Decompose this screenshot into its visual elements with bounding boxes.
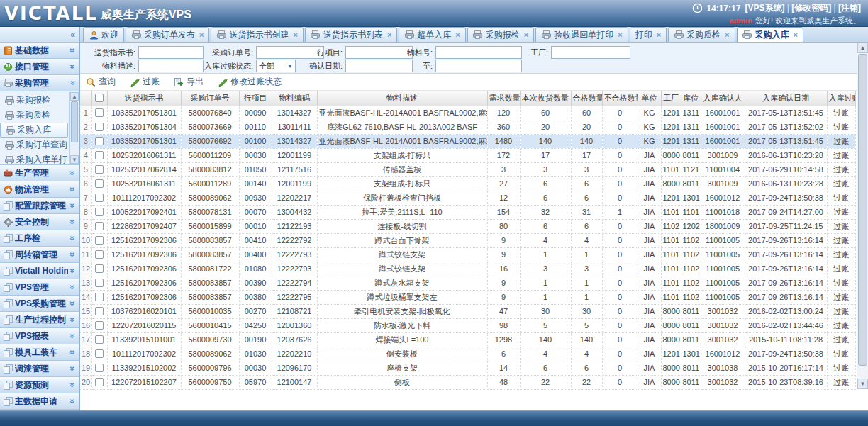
tab-8[interactable]: 采购质检×: [668, 27, 735, 42]
chevron-down-icon[interactable]: »: [67, 185, 77, 194]
table-row[interactable]: 510253201706281458000838120105012117516传…: [80, 162, 855, 176]
sidebar-section-17[interactable]: 主数据申请»: [0, 393, 79, 410]
sidebar-section-10[interactable]: VPS管理»: [0, 279, 79, 296]
column-header-2[interactable]: 行项目: [239, 91, 272, 106]
column-header-7[interactable]: 合格数量: [571, 91, 602, 106]
table-row[interactable]: 1312516201709230658000838570039012222794…: [80, 276, 855, 290]
row-checkbox[interactable]: [95, 165, 104, 174]
row-checkbox[interactable]: [95, 208, 104, 216]
tab-9[interactable]: 采购入库×: [737, 27, 803, 42]
table-row[interactable]: 1612207201602011556000104150425012001360…: [80, 318, 855, 332]
chevron-down-icon[interactable]: »: [67, 315, 77, 324]
chevron-down-icon[interactable]: »: [67, 283, 77, 291]
tab-1[interactable]: 采购订单发布×: [126, 27, 209, 42]
sidebar-section-7[interactable]: 工序检»: [0, 230, 79, 247]
column-header-12[interactable]: 入库确认人: [701, 91, 745, 106]
filter-input-row1-4[interactable]: [551, 46, 630, 59]
toolbar-button-1[interactable]: 过账: [130, 76, 160, 88]
row-checkbox[interactable]: [95, 279, 104, 287]
tab-close-icon[interactable]: ×: [618, 30, 622, 39]
row-checkbox[interactable]: [95, 378, 104, 386]
table-row[interactable]: 810052201709240158000781310007013004432拉…: [80, 205, 855, 219]
row-checkbox[interactable]: [95, 307, 104, 315]
row-checkbox[interactable]: [95, 364, 104, 372]
row-checkbox[interactable]: [95, 264, 104, 273]
sidebar-collapse-button[interactable]: «: [0, 27, 79, 43]
status-select[interactable]: 全部▼: [256, 60, 296, 72]
table-row[interactable]: 1412516201709230658000838570038012222795…: [80, 290, 855, 304]
header-link-1[interactable]: [修改密码]: [791, 3, 831, 13]
tab-close-icon[interactable]: ×: [725, 30, 729, 39]
tab-6[interactable]: 验收退回单打印×: [535, 27, 628, 42]
table-row[interactable]: 1012516201709230658000838570041012222792…: [80, 233, 855, 247]
table-row[interactable]: 710111201709230258000890620093012202217保…: [80, 191, 855, 205]
row-checkbox[interactable]: [95, 179, 104, 188]
table-row[interactable]: 1711339201510100156000097300019012037626…: [80, 332, 855, 347]
chevron-down-icon[interactable]: »: [67, 332, 77, 340]
tab-close-icon[interactable]: ×: [455, 30, 460, 39]
table-row[interactable]: 410253201606131156000112090003012001199支…: [80, 148, 855, 162]
chevron-down-icon[interactable]: »: [67, 299, 77, 308]
select-all-checkbox[interactable]: [95, 94, 104, 102]
submenu-scroll-up-button[interactable]: ▲: [70, 92, 79, 101]
table-row[interactable]: 912286201709240756000158990001012122193连…: [80, 219, 855, 233]
table-row[interactable]: 210335201705130458000736690011013011411底…: [80, 120, 855, 134]
sidebar-section-15[interactable]: 调漆管理»: [0, 361, 79, 377]
chevron-down-icon[interactable]: »: [67, 364, 77, 373]
sidebar-section-16[interactable]: 资源预测»: [0, 377, 79, 393]
tab-7[interactable]: 打印×: [630, 27, 667, 42]
tab-close-icon[interactable]: ×: [524, 30, 528, 39]
row-checkbox[interactable]: [95, 137, 104, 145]
table-row[interactable]: 1112516201709230658000838570040012222793…: [80, 247, 855, 262]
sidebar-section-8[interactable]: 周转箱管理»: [0, 247, 79, 263]
table-row[interactable]: 610253201606131156000112890014012001199支…: [80, 176, 855, 191]
submenu-scrollbar[interactable]: ▲▼: [69, 92, 79, 164]
row-checkbox[interactable]: [95, 293, 104, 301]
column-header-6[interactable]: 本次收货数量: [520, 91, 571, 106]
sidebar-subitem-0[interactable]: 采购报检: [0, 93, 79, 108]
chevron-down-icon[interactable]: »: [67, 201, 77, 210]
row-checkbox[interactable]: [95, 321, 104, 330]
sidebar-section-0[interactable]: 基础数据»: [0, 43, 79, 59]
sidebar-section-2[interactable]: 采购管理«: [0, 75, 79, 91]
chevron-down-icon[interactable]: »: [67, 234, 77, 242]
column-header-5[interactable]: 需求数量: [487, 91, 520, 106]
row-checkbox[interactable]: [95, 250, 104, 259]
chevron-down-icon[interactable]: »: [67, 250, 77, 259]
chevron-up-icon[interactable]: «: [67, 79, 77, 87]
table-row[interactable]: 1510376201602010156000100350027012108721…: [80, 304, 855, 318]
tab-close-icon[interactable]: ×: [293, 30, 297, 39]
row-checkbox[interactable]: [95, 335, 104, 344]
submenu-scroll-down-button[interactable]: ▼: [70, 155, 79, 164]
sidebar-subitem-1[interactable]: 采购质检: [0, 108, 79, 123]
tab-5[interactable]: 采购报检×: [467, 27, 534, 42]
sidebar-subitem-4[interactable]: 采购入库单打: [0, 152, 79, 165]
submenu-scroll-thumb[interactable]: [71, 101, 78, 142]
chevron-down-icon[interactable]: »: [67, 46, 77, 55]
table-row[interactable]: 1911339201510200256000097960003012096170…: [80, 361, 855, 375]
table-row[interactable]: 310335201705130158000766920010013014327亚…: [80, 134, 855, 148]
column-header-3[interactable]: 物料编码: [272, 91, 317, 106]
tab-close-icon[interactable]: ×: [657, 30, 661, 39]
tab-close-icon[interactable]: ×: [794, 30, 798, 39]
sidebar-subitem-2[interactable]: 采购入库: [0, 123, 68, 138]
row-checkbox[interactable]: [95, 151, 104, 159]
chevron-down-icon[interactable]: »: [67, 381, 77, 389]
vertical-scrollbar[interactable]: ▲ ▼: [857, 43, 868, 389]
sidebar-section-4[interactable]: 物流管理»: [0, 181, 79, 198]
column-header-13[interactable]: 入库确认日期: [745, 91, 827, 106]
sidebar-subitem-3[interactable]: 采购订单查询: [0, 138, 79, 152]
row-checkbox[interactable]: [95, 108, 104, 117]
tab-close-icon[interactable]: ×: [199, 30, 204, 39]
row-checkbox[interactable]: [95, 349, 104, 358]
sidebar-section-9[interactable]: Victall Holding»: [0, 263, 79, 279]
chevron-down-icon[interactable]: »: [67, 267, 77, 275]
tab-3[interactable]: 送货指示书列表×: [305, 27, 397, 42]
table-row[interactable]: 2012207201510220756000097500597012100147…: [80, 375, 855, 389]
tab-2[interactable]: 送货指示书创建×: [211, 27, 303, 42]
chevron-down-icon[interactable]: »: [67, 218, 77, 226]
table-row[interactable]: 1212516201709230658000817220108012222793…: [80, 262, 855, 276]
sidebar-section-1[interactable]: 接口管理»: [0, 59, 79, 75]
scroll-up-button[interactable]: ▲: [857, 43, 868, 53]
column-header-0[interactable]: 送货指示书: [107, 91, 181, 106]
